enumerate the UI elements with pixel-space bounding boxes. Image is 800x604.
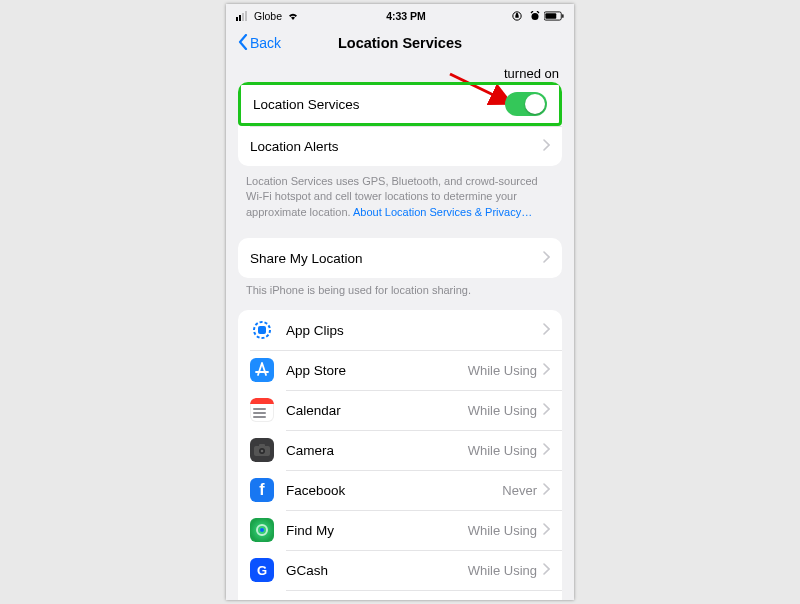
gmaps-icon <box>250 598 274 600</box>
app-permission-value: While Using <box>468 403 537 418</box>
app-row-findmy[interactable]: Find MyWhile Using <box>238 510 562 550</box>
app-row-camera[interactable]: CameraWhile Using <box>238 430 562 470</box>
chevron-right-icon <box>543 363 550 378</box>
calendar-icon <box>250 398 274 422</box>
group-share: Share My Location <box>238 238 562 278</box>
findmy-icon <box>250 518 274 542</box>
row-location-services[interactable]: Location Services <box>238 82 562 126</box>
page-title: Location Services <box>226 35 574 51</box>
row-location-alerts[interactable]: Location Alerts <box>238 126 562 166</box>
app-permission-value: While Using <box>468 523 537 538</box>
chevron-right-icon <box>543 403 550 418</box>
app-permission-value: While Using <box>468 563 537 578</box>
clock: 4:33 PM <box>386 10 426 22</box>
app-name: Calendar <box>286 403 468 418</box>
gcash-icon: G <box>250 558 274 582</box>
svg-point-16 <box>260 528 264 532</box>
share-my-location-label: Share My Location <box>250 251 543 266</box>
app-row-calendar[interactable]: CalendarWhile Using <box>238 390 562 430</box>
chevron-right-icon <box>543 443 550 458</box>
svg-rect-12 <box>259 444 265 447</box>
svg-rect-10 <box>258 326 266 334</box>
status-bar: Globe 4:33 PM <box>226 4 574 26</box>
chevron-right-icon <box>543 323 550 338</box>
phone-frame: Globe 4:33 PM Back Location Services <box>226 4 574 600</box>
group-apps: App ClipsApp StoreWhile UsingCalendarWhi… <box>238 310 562 600</box>
chevron-right-icon <box>543 139 550 154</box>
alarm-icon <box>530 11 540 21</box>
group-location: Location Services Location Alerts <box>238 82 562 166</box>
battery-icon <box>544 11 564 21</box>
nav-bar: Back Location Services <box>226 26 574 60</box>
app-row-facebook[interactable]: fFacebookNever <box>238 470 562 510</box>
app-name: App Clips <box>286 323 543 338</box>
chevron-right-icon <box>543 523 550 538</box>
row-share-my-location[interactable]: Share My Location <box>238 238 562 278</box>
svg-rect-2 <box>242 13 244 21</box>
chevron-right-icon <box>543 483 550 498</box>
app-permission-value: While Using <box>468 443 537 458</box>
app-permission-value: Never <box>502 483 537 498</box>
app-row-appstore[interactable]: App StoreWhile Using <box>238 350 562 390</box>
about-privacy-link[interactable]: About Location Services & Privacy… <box>353 206 532 218</box>
svg-rect-1 <box>239 15 241 21</box>
app-name: GCash <box>286 563 468 578</box>
app-permission-value: While Using <box>468 363 537 378</box>
location-alerts-label: Location Alerts <box>250 139 543 154</box>
app-name: App Store <box>286 363 468 378</box>
location-info-text: Location Services uses GPS, Bluetooth, a… <box>246 174 554 220</box>
app-name: Find My <box>286 523 468 538</box>
svg-rect-3 <box>245 11 247 21</box>
orientation-lock-icon <box>512 11 526 21</box>
chevron-right-icon <box>543 251 550 266</box>
svg-point-14 <box>261 450 264 453</box>
facebook-icon: f <box>250 478 274 502</box>
svg-point-5 <box>532 13 539 20</box>
share-footer: This iPhone is being used for location s… <box>246 284 554 296</box>
app-name: Facebook <box>286 483 502 498</box>
app-row-appclips[interactable]: App Clips <box>238 310 562 350</box>
svg-rect-0 <box>236 17 238 21</box>
location-services-toggle[interactable] <box>505 92 547 116</box>
svg-rect-8 <box>562 14 563 18</box>
app-name: Camera <box>286 443 468 458</box>
appclips-icon <box>250 318 274 342</box>
chevron-right-icon <box>543 563 550 578</box>
carrier-label: Globe <box>254 10 282 22</box>
appstore-icon <box>250 358 274 382</box>
wifi-icon <box>286 11 300 21</box>
annotation-turned-on: turned on <box>504 66 559 81</box>
location-services-label: Location Services <box>253 97 505 112</box>
camera-icon <box>250 438 274 462</box>
svg-rect-7 <box>545 13 556 18</box>
app-row-gcash[interactable]: GGCashWhile Using <box>238 550 562 590</box>
app-row-gmaps[interactable]: Google MapsWhile Using <box>238 590 562 600</box>
signal-icon <box>236 11 250 21</box>
